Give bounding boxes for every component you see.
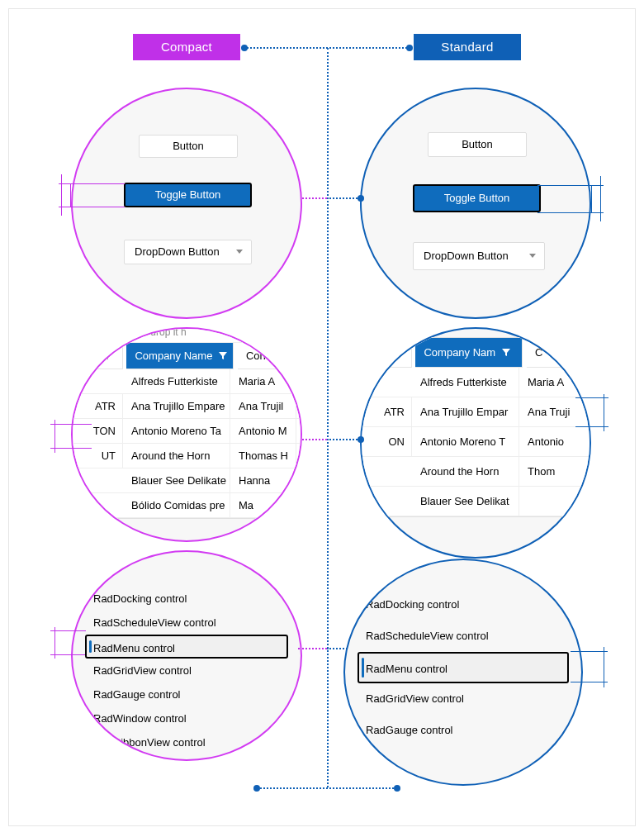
dropdown-button[interactable]: DropDown Button xyxy=(413,242,545,270)
grid-caption-partial: and drop it h xyxy=(71,327,302,343)
chevron-down-icon xyxy=(236,250,243,254)
dropdown-label: DropDown Button xyxy=(135,245,220,258)
filter-icon[interactable] xyxy=(219,352,227,360)
plain-button[interactable]: Button xyxy=(139,135,238,158)
grid-header-company[interactable]: Company Name xyxy=(126,343,234,369)
table-row[interactable]: Blauer See DelikateHanna xyxy=(71,468,302,493)
list-item[interactable]: RadScheduleView control xyxy=(85,611,288,635)
compact-buttons-sample: Button Toggle Button DropDown Button xyxy=(71,88,302,319)
chevron-down-icon xyxy=(529,254,536,258)
list-item[interactable]: RadDocking control xyxy=(358,589,569,621)
compact-grid-sample: and drop it h Company Name Cont Alfreds … xyxy=(71,327,302,542)
list-item[interactable]: RadRibbonView control xyxy=(85,730,288,754)
grid-header-contact[interactable]: Cont xyxy=(238,343,302,369)
standard-buttons-sample: Button Toggle Button DropDown Button xyxy=(360,88,591,319)
table-row[interactable]: Alfreds FutterkisteMaria A xyxy=(360,368,591,397)
standard-header: Standard xyxy=(414,34,521,60)
standard-grid-sample: Company Nam C Alfreds FutterkisteMaria A… xyxy=(360,327,591,559)
list-item[interactable]: RadScheduleView control xyxy=(358,621,569,652)
compact-list-sample: RadDocking controlRadScheduleView contro… xyxy=(71,550,302,761)
list-item[interactable]: RadMenu control xyxy=(358,652,569,683)
dropdown-button[interactable]: DropDown Button xyxy=(124,240,252,264)
grid-header-id[interactable] xyxy=(71,343,123,369)
grid-header-id[interactable] xyxy=(360,338,412,368)
comparison-canvas: Compact Standard Button Toggle Button Dr… xyxy=(8,8,636,826)
filter-icon[interactable] xyxy=(392,349,400,357)
table-row[interactable]: Bólido Comidas preMa xyxy=(71,493,302,518)
grid-header-contact[interactable]: C xyxy=(527,338,591,368)
grid-header-company[interactable]: Company Nam xyxy=(415,338,523,368)
plain-button[interactable]: Button xyxy=(428,132,527,157)
list-item[interactable]: RadGauge control xyxy=(85,682,288,706)
list-item[interactable]: RadMenu control xyxy=(85,635,288,659)
table-row[interactable]: UTAround the HornThomas H xyxy=(71,444,302,468)
standard-list-sample: RadDocking controlRadScheduleView contro… xyxy=(343,559,583,786)
list-item[interactable]: RadGridView control xyxy=(358,683,569,715)
toggle-button[interactable]: Toggle Button xyxy=(124,183,252,207)
table-row[interactable]: ONAntonio Moreno TAntonio xyxy=(360,427,591,457)
compact-header: Compact xyxy=(133,34,240,60)
filter-icon[interactable] xyxy=(502,349,510,357)
list-item[interactable]: RadDocking control xyxy=(85,587,288,611)
table-row[interactable]: ATRAna Trujillo EmpareAna Trujil xyxy=(71,394,302,419)
list-item[interactable]: RadGauge control xyxy=(358,715,569,746)
table-row[interactable]: Around the HornThom xyxy=(360,457,591,487)
list-item[interactable]: RadGridView control xyxy=(85,659,288,682)
toggle-button[interactable]: Toggle Button xyxy=(413,184,541,212)
list-item[interactable]: RadWindow control xyxy=(85,706,288,730)
table-row[interactable]: Blauer See Delikat xyxy=(360,487,591,516)
table-row[interactable]: ATRAna Trujillo EmparAna Truji xyxy=(360,397,591,427)
filter-icon[interactable] xyxy=(103,352,111,360)
table-row[interactable]: TONAntonio Moreno TaAntonio M xyxy=(71,419,302,444)
table-row[interactable]: Alfreds FutterkisteMaria A xyxy=(71,369,302,394)
dropdown-label: DropDown Button xyxy=(424,250,509,262)
